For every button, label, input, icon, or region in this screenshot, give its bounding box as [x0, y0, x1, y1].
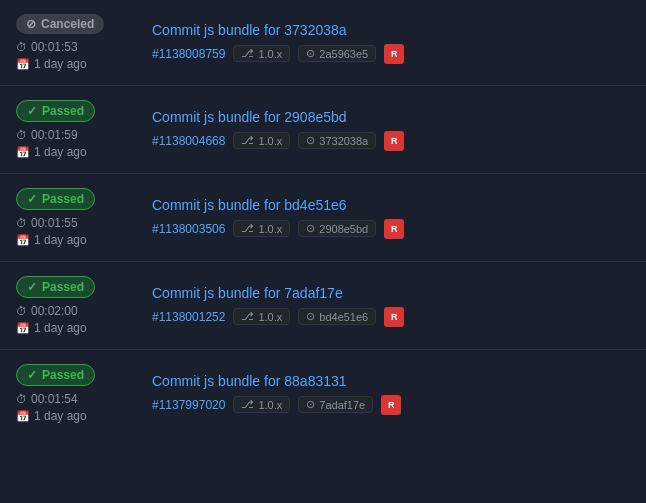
- run-title[interactable]: Commit js bundle for 88a83131: [152, 373, 630, 389]
- commit-icon: ⊙: [306, 398, 315, 411]
- run-title[interactable]: Commit js bundle for 2908e5bd: [152, 109, 630, 125]
- status-label: Passed: [42, 280, 84, 294]
- clock-icon: ⏱: [16, 41, 27, 53]
- run-id[interactable]: #1138001252: [152, 310, 225, 324]
- time-row: 📅 1 day ago: [16, 409, 87, 423]
- time-row: 📅 1 day ago: [16, 145, 87, 159]
- status-badge: ✓ Passed: [16, 276, 95, 298]
- run-time-ago: 1 day ago: [34, 145, 87, 159]
- status-label: Canceled: [41, 17, 94, 31]
- run-item[interactable]: ✓ Passed ⏱ 00:01:54 📅 1 day ago Commit j…: [0, 350, 646, 437]
- status-badge: ⊘ Canceled: [16, 14, 104, 34]
- commit-tag: ⊙ 3732038a: [298, 132, 376, 149]
- duration-row: ⏱ 00:01:54: [16, 392, 87, 406]
- clock-icon: ⏱: [16, 129, 27, 141]
- status-label: Passed: [42, 192, 84, 206]
- status-col: ✓ Passed ⏱ 00:02:00 📅 1 day ago: [16, 276, 136, 335]
- branch-label: 1.0.x: [258, 48, 282, 60]
- commit-hash: bd4e51e6: [319, 311, 368, 323]
- avatar: R: [384, 131, 404, 151]
- run-time-ago: 1 day ago: [34, 409, 87, 423]
- duration-row: ⏱ 00:01:55: [16, 216, 87, 230]
- run-item[interactable]: ✓ Passed ⏱ 00:01:55 📅 1 day ago Commit j…: [0, 174, 646, 262]
- time-row: 📅 1 day ago: [16, 321, 87, 335]
- commit-tag: ⊙ 2908e5bd: [298, 220, 376, 237]
- branch-icon: ⎇: [241, 134, 254, 147]
- status-label: Passed: [42, 104, 84, 118]
- run-details: #1138003506 ⎇ 1.0.x ⊙ 2908e5bd R: [152, 219, 630, 239]
- run-info: Commit js bundle for bd4e51e6 #113800350…: [152, 197, 630, 239]
- run-item[interactable]: ✓ Passed ⏱ 00:01:59 📅 1 day ago Commit j…: [0, 86, 646, 174]
- status-col: ✓ Passed ⏱ 00:01:59 📅 1 day ago: [16, 100, 136, 159]
- branch-icon: ⎇: [241, 222, 254, 235]
- calendar-icon: 📅: [16, 322, 30, 335]
- avatar: R: [384, 307, 404, 327]
- run-duration: 00:01:54: [31, 392, 78, 406]
- avatar: R: [384, 44, 404, 64]
- branch-tag: ⎇ 1.0.x: [233, 132, 290, 149]
- commit-hash: 3732038a: [319, 135, 368, 147]
- run-info: Commit js bundle for 2908e5bd #113800466…: [152, 109, 630, 151]
- commit-tag: ⊙ 7adaf17e: [298, 396, 373, 413]
- commit-icon: ⊙: [306, 310, 315, 323]
- run-duration: 00:01:53: [31, 40, 78, 54]
- duration-row: ⏱ 00:01:53: [16, 40, 87, 54]
- run-details: #1138008759 ⎇ 1.0.x ⊙ 2a5963e5 R: [152, 44, 630, 64]
- status-badge: ✓ Passed: [16, 100, 95, 122]
- commit-tag: ⊙ bd4e51e6: [298, 308, 376, 325]
- run-id[interactable]: #1137997020: [152, 398, 225, 412]
- status-col: ⊘ Canceled ⏱ 00:01:53 📅 1 day ago: [16, 14, 136, 71]
- clock-icon: ⏱: [16, 305, 27, 317]
- run-details: #1137997020 ⎇ 1.0.x ⊙ 7adaf17e R: [152, 395, 630, 415]
- branch-tag: ⎇ 1.0.x: [233, 308, 290, 325]
- commit-hash: 2908e5bd: [319, 223, 368, 235]
- run-meta: ⏱ 00:01:53 📅 1 day ago: [16, 40, 87, 71]
- run-id[interactable]: #1138003506: [152, 222, 225, 236]
- run-duration: 00:01:59: [31, 128, 78, 142]
- run-time-ago: 1 day ago: [34, 321, 87, 335]
- run-id[interactable]: #1138008759: [152, 47, 225, 61]
- branch-label: 1.0.x: [258, 223, 282, 235]
- commit-icon: ⊙: [306, 47, 315, 60]
- run-item[interactable]: ✓ Passed ⏱ 00:02:00 📅 1 day ago Commit j…: [0, 262, 646, 350]
- status-col: ✓ Passed ⏱ 00:01:54 📅 1 day ago: [16, 364, 136, 423]
- status-icon: ✓: [27, 192, 37, 206]
- branch-icon: ⎇: [241, 310, 254, 323]
- commit-icon: ⊙: [306, 134, 315, 147]
- duration-row: ⏱ 00:02:00: [16, 304, 87, 318]
- run-duration: 00:02:00: [31, 304, 78, 318]
- run-title[interactable]: Commit js bundle for 7adaf17e: [152, 285, 630, 301]
- branch-icon: ⎇: [241, 47, 254, 60]
- run-info: Commit js bundle for 88a83131 #113799702…: [152, 373, 630, 415]
- status-icon: ⊘: [26, 17, 36, 31]
- branch-label: 1.0.x: [258, 135, 282, 147]
- commit-hash: 2a5963e5: [319, 48, 368, 60]
- run-info: Commit js bundle for 3732038a #113800875…: [152, 22, 630, 64]
- status-icon: ✓: [27, 280, 37, 294]
- status-col: ✓ Passed ⏱ 00:01:55 📅 1 day ago: [16, 188, 136, 247]
- time-row: 📅 1 day ago: [16, 57, 87, 71]
- branch-label: 1.0.x: [258, 399, 282, 411]
- run-time-ago: 1 day ago: [34, 233, 87, 247]
- branch-tag: ⎇ 1.0.x: [233, 45, 290, 62]
- status-badge: ✓ Passed: [16, 364, 95, 386]
- commit-icon: ⊙: [306, 222, 315, 235]
- status-icon: ✓: [27, 104, 37, 118]
- run-title[interactable]: Commit js bundle for 3732038a: [152, 22, 630, 38]
- run-info: Commit js bundle for 7adaf17e #113800125…: [152, 285, 630, 327]
- run-meta: ⏱ 00:01:59 📅 1 day ago: [16, 128, 87, 159]
- avatar: R: [384, 219, 404, 239]
- status-icon: ✓: [27, 368, 37, 382]
- run-list: ⊘ Canceled ⏱ 00:01:53 📅 1 day ago Commit…: [0, 0, 646, 437]
- clock-icon: ⏱: [16, 217, 27, 229]
- run-meta: ⏱ 00:02:00 📅 1 day ago: [16, 304, 87, 335]
- branch-label: 1.0.x: [258, 311, 282, 323]
- run-title[interactable]: Commit js bundle for bd4e51e6: [152, 197, 630, 213]
- commit-tag: ⊙ 2a5963e5: [298, 45, 376, 62]
- run-time-ago: 1 day ago: [34, 57, 87, 71]
- run-item[interactable]: ⊘ Canceled ⏱ 00:01:53 📅 1 day ago Commit…: [0, 0, 646, 86]
- run-meta: ⏱ 00:01:54 📅 1 day ago: [16, 392, 87, 423]
- avatar: R: [381, 395, 401, 415]
- run-id[interactable]: #1138004668: [152, 134, 225, 148]
- status-badge: ✓ Passed: [16, 188, 95, 210]
